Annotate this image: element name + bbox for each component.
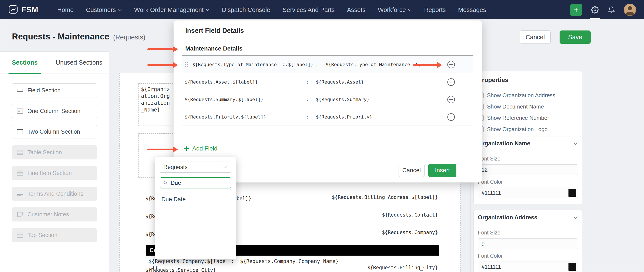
font-color-input[interactable]: #111111 xyxy=(478,188,578,198)
nav-item-label: Reports xyxy=(424,7,446,14)
remove-field-button[interactable] xyxy=(447,78,455,86)
field-row[interactable]: ${Requests.Summary.$[label]} : ${Request… xyxy=(182,91,474,108)
add-field-label: Add Field xyxy=(192,145,217,152)
person-silhouette-icon xyxy=(624,4,636,16)
add-field-button[interactable]: Add Field xyxy=(184,145,217,152)
placeholder-field: ${Requests.Contact} xyxy=(270,212,438,218)
section-item-customer-notes: Customer Notes xyxy=(12,207,97,221)
section-item-label: Table Section xyxy=(28,149,62,156)
font-size-label: Font Size xyxy=(478,230,578,236)
checkbox-label: Show Document Name xyxy=(487,103,544,110)
color-swatch[interactable] xyxy=(568,263,576,271)
remove-field-button[interactable] xyxy=(447,113,455,121)
company-field-row[interactable]: ${Requests.Company.$[label]} : ${Request… xyxy=(149,258,338,271)
field-row[interactable]: ${Requests.Priority.$[label]} : ${Reques… xyxy=(182,108,474,126)
modal-insert-button[interactable]: Insert xyxy=(428,164,456,177)
organization-name-accordion-header[interactable]: Organization Name xyxy=(474,137,582,151)
separator: : xyxy=(316,62,318,67)
checkbox-row: Show Document Name xyxy=(474,101,582,112)
nav-item-home[interactable]: Home xyxy=(51,0,80,19)
tab-sections[interactable]: Sections xyxy=(12,52,38,74)
field-value-token: ${Requests.Type_of_Maintenance__C} xyxy=(326,62,421,67)
field-search-box xyxy=(160,177,231,188)
section-item-one-column-section[interactable]: One Column Section xyxy=(12,104,97,118)
page-subtitle: (Requests) xyxy=(113,34,146,41)
field-section-icon xyxy=(17,88,23,93)
placeholder-field: ${Requests.Company.$[label]} xyxy=(149,258,226,271)
brand-name: FSM xyxy=(22,5,38,14)
nav-items: Home Customers Work Order Management Dis… xyxy=(51,0,492,19)
minus-circle-icon xyxy=(447,95,455,104)
font-size-input[interactable] xyxy=(478,238,578,249)
chevron-down-icon xyxy=(408,9,412,11)
section-item-two-column-section[interactable]: Two Column Section xyxy=(12,125,97,139)
field-value-token: ${Requests.Summary} xyxy=(316,97,370,102)
fsm-logo-icon xyxy=(8,5,18,15)
terms-and-conditions-icon xyxy=(17,191,23,196)
font-color-input[interactable]: #111111 xyxy=(478,261,578,272)
modal-title: Insert Field Details xyxy=(185,27,244,35)
sections-sidebar: Sections Unused Sections Field Section O… xyxy=(0,51,109,272)
nav-item-workforce[interactable]: Workforce xyxy=(372,0,418,19)
save-button[interactable]: Save xyxy=(560,31,590,44)
section-item-label: Two Column Section xyxy=(28,128,80,135)
two-column-section-icon xyxy=(17,129,23,134)
nav-item-dispatch-console[interactable]: Dispatch Console xyxy=(216,0,276,19)
drag-handle[interactable] xyxy=(184,61,192,68)
properties-title: Properties xyxy=(474,71,582,87)
font-size-input[interactable] xyxy=(478,164,578,175)
modal-footer: Cancel Insert xyxy=(398,164,456,177)
nav-item-assets[interactable]: Assets xyxy=(341,0,372,19)
chevron-down-icon xyxy=(573,142,578,145)
organization-address-accordion-header[interactable]: Organization Address xyxy=(474,210,582,225)
brand[interactable]: FSM xyxy=(8,5,38,15)
sidebar-tabs: Sections Unused Sections xyxy=(0,52,109,74)
field-label-token: ${Requests.Priority.$[label]} xyxy=(184,114,304,119)
modal-cancel-button[interactable]: Cancel xyxy=(398,164,424,177)
nav-item-label: Assets xyxy=(347,7,366,14)
cancel-button[interactable]: Cancel xyxy=(520,31,551,44)
annotation-arrow-remove-button xyxy=(413,64,437,66)
nav-item-label: Workforce xyxy=(378,7,406,14)
field-row[interactable]: ${Requests.Asset.$[label]} : ${Requests.… xyxy=(182,73,474,91)
font-color-label: Font Color xyxy=(478,179,578,185)
top-section-icon xyxy=(17,233,23,238)
add-field-popover: Requests Due Date xyxy=(155,157,236,259)
settings-button[interactable] xyxy=(591,0,599,19)
field-label-token: ${Requests.Type_of_Maintenance__C.$[labe… xyxy=(192,62,314,67)
checkbox-row: Show Organization Logo xyxy=(474,124,582,135)
remove-field-button[interactable] xyxy=(447,60,455,69)
search-result-due-date[interactable]: Due Date xyxy=(155,194,236,205)
app-screen: FSM Home Customers Work Order Management… xyxy=(0,0,644,272)
nav-item-work-order-management[interactable]: Work Order Management xyxy=(128,0,216,19)
quick-add-button[interactable] xyxy=(570,4,582,16)
section-item-label: Field Section xyxy=(28,87,60,94)
module-select[interactable]: Requests xyxy=(160,162,231,173)
line-item-section-icon xyxy=(17,171,23,176)
annotation-arrow-field-row xyxy=(148,64,173,66)
nav-item-services-and-parts[interactable]: Services And Parts xyxy=(276,0,341,19)
nav-item-customers[interactable]: Customers xyxy=(80,0,128,19)
minus-circle-icon xyxy=(447,78,455,86)
remove-field-button[interactable] xyxy=(447,95,455,104)
placeholder-field: ${Requests.Company.Company_Name} xyxy=(240,258,338,271)
nav-item-reports[interactable]: Reports xyxy=(418,0,452,19)
section-item-label: Top Section xyxy=(28,232,58,238)
user-avatar[interactable] xyxy=(624,4,636,16)
field-search-input[interactable] xyxy=(170,180,228,186)
chevron-down-icon xyxy=(206,9,210,11)
section-item-field-section[interactable]: Field Section xyxy=(12,83,97,97)
field-rows: ${Requests.Type_of_Maintenance__C.$[labe… xyxy=(182,56,474,126)
nav-item-messages[interactable]: Messages xyxy=(452,0,492,19)
section-item-terms-and-conditions: Terms And Conditions xyxy=(12,187,97,201)
notifications-button[interactable] xyxy=(608,0,615,19)
page-title: Requests - Maintenance xyxy=(12,32,109,41)
font-color-label: Font Color xyxy=(478,253,578,259)
nav-item-label: Services And Parts xyxy=(283,7,335,14)
organization-name-box[interactable]: ${Organization.Organization_Name} xyxy=(138,83,175,126)
organization-name-field: ${Organization.Organization_Name} xyxy=(141,86,170,113)
color-swatch[interactable] xyxy=(568,189,576,197)
tab-unused-sections[interactable]: Unused Sections xyxy=(56,52,102,74)
section-item-label: Customer Notes xyxy=(28,211,69,218)
separator: : xyxy=(306,97,308,102)
